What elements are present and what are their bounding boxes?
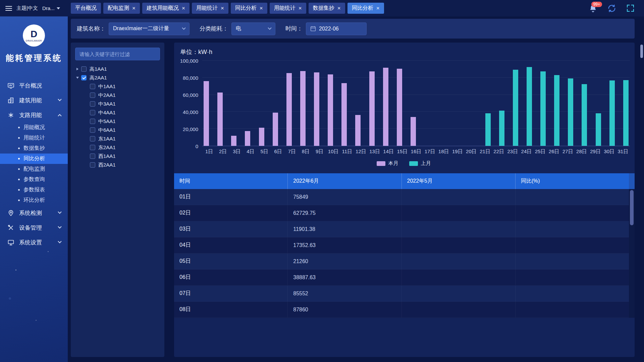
table-cell (402, 221, 516, 237)
caret-icon[interactable] (76, 77, 79, 79)
checkbox[interactable] (81, 66, 87, 72)
table-row[interactable]: 05日21260 (174, 253, 629, 269)
sidebar-item-设备管理[interactable]: 设备管理 (0, 220, 68, 235)
tab-建筑用能概况[interactable]: 建筑用能概况× (142, 3, 190, 14)
date-picker[interactable]: 2022-06 (306, 22, 367, 35)
x-axis-label: 8日 (299, 148, 313, 155)
tree-node-高1AA1[interactable]: 高1AA1 (75, 65, 160, 73)
tree-node-东2AA1[interactable]: 东2AA1 (75, 143, 160, 152)
sidebar-item-平台概况[interactable]: 平台概况 (0, 78, 68, 93)
sidebar-subitem-参数查询[interactable]: 参数查询 (0, 174, 68, 185)
theme-language-label[interactable]: 主题|中文 (16, 5, 38, 11)
tree-node-高2AA1[interactable]: 高2AA1 (75, 73, 160, 82)
bar-group-7日 (285, 61, 299, 146)
table-cell: 03日 (174, 221, 288, 237)
table-row[interactable]: 04日17352.63 (174, 237, 629, 253)
chevron-down-icon (58, 240, 61, 243)
table-row[interactable]: 06日38887.63 (174, 269, 629, 286)
tree-node-中5AA1[interactable]: 中5AA1 (75, 117, 160, 126)
table-cell (402, 302, 516, 317)
checkbox[interactable] (90, 136, 95, 141)
x-axis: 1日2日3日4日5日6日7日8日9日10日11日12日13日14日15日16日1… (202, 148, 630, 155)
user-menu[interactable]: Dra... (42, 5, 60, 11)
sidebar-subitem-label: 参数报表 (23, 186, 45, 193)
sidebar-item-label: 设备管理 (19, 224, 42, 232)
tab-用能统计[interactable]: 用能统计× (192, 3, 228, 14)
sidebar-subitem-数据集抄[interactable]: 数据集抄 (0, 143, 68, 154)
notifications-button[interactable]: 99+ (589, 4, 597, 13)
checkbox[interactable] (90, 162, 95, 168)
tab-close-icon[interactable]: × (182, 5, 185, 11)
sidebar-subitem-用能概况[interactable]: 用能概况 (0, 122, 68, 133)
bullet-icon (18, 189, 20, 191)
tab-close-icon[interactable]: × (337, 5, 341, 11)
legend-item-上月[interactable]: 上月 (409, 160, 431, 167)
checkbox[interactable] (90, 101, 95, 107)
tab-数据集抄[interactable]: 数据集抄× (309, 3, 345, 14)
fullscreen-button[interactable] (626, 4, 635, 12)
tree-node-中4AA1[interactable]: 中4AA1 (75, 108, 160, 117)
table-cell (516, 302, 629, 317)
sidebar-subitem-参数报表[interactable]: 参数报表 (0, 185, 68, 195)
checkbox[interactable] (90, 145, 95, 150)
tree-node-中6AA1[interactable]: 中6AA1 (75, 126, 160, 134)
tree-node-西2AA1[interactable]: 西2AA1 (75, 161, 160, 169)
tree-node-中2AA1[interactable]: 中2AA1 (75, 91, 160, 100)
legend-swatch (377, 161, 385, 166)
caret-icon[interactable] (76, 68, 78, 70)
refresh-icon (607, 4, 616, 13)
sidebar-subitem-用能统计[interactable]: 用能统计 (0, 133, 68, 143)
checkbox[interactable] (90, 84, 95, 89)
bar-上月-28日 (582, 84, 587, 146)
bullet-icon (18, 168, 20, 170)
table-row[interactable]: 07日85552 (174, 286, 629, 302)
tab-close-icon[interactable]: × (132, 5, 136, 11)
checkbox[interactable] (90, 93, 95, 98)
menu-toggle-icon[interactable] (5, 5, 12, 12)
table-row[interactable]: 01日75849 (174, 189, 629, 205)
building-select[interactable]: DraexImaier一二级计量 (109, 22, 190, 35)
table-row[interactable]: 08日87860 (174, 302, 629, 318)
checkbox[interactable] (90, 127, 95, 133)
checkbox[interactable] (90, 110, 95, 115)
tab-配电监测[interactable]: 配电监测× (103, 3, 140, 14)
page-scrollbar-thumb[interactable] (640, 45, 643, 58)
scrollbar-thumb[interactable] (630, 190, 634, 225)
checkbox[interactable] (90, 154, 95, 159)
sidebar-subitem-配电监测[interactable]: 配电监测 (0, 164, 68, 174)
refresh-button[interactable] (607, 4, 616, 13)
sidebar-item-系统检测[interactable]: 系统检测 (0, 205, 68, 220)
sidebar-subitem-同比分析[interactable]: 同比分析 (0, 154, 68, 164)
sidebar-subitem-环比分析[interactable]: 环比分析 (0, 195, 68, 205)
energy-type-select[interactable]: 电 (231, 22, 275, 35)
bar-本月-11日 (341, 83, 347, 146)
sidebar-item-建筑用能[interactable]: 建筑用能 (0, 93, 68, 108)
table-row[interactable]: 03日11901.38 (174, 221, 629, 237)
x-axis-label: 27日 (561, 148, 575, 155)
tab-close-icon[interactable]: × (260, 5, 263, 11)
tab-平台概况[interactable]: 平台概况 (71, 3, 101, 14)
checkbox[interactable] (81, 75, 87, 80)
tab-同比分析[interactable]: 同比分析× (347, 3, 384, 14)
legend-item-本月[interactable]: 本月 (377, 160, 398, 167)
x-axis-label: 17日 (423, 148, 437, 155)
tab-close-icon[interactable]: × (376, 5, 380, 11)
bar-group-1日 (202, 61, 216, 146)
tree-node-中1AA1[interactable]: 中1AA1 (75, 82, 160, 91)
table-scrollbar[interactable] (629, 173, 635, 318)
tab-同比分析[interactable]: 同比分析× (231, 3, 267, 14)
checkbox[interactable] (90, 119, 95, 124)
tree-node-西1AA1[interactable]: 西1AA1 (75, 152, 160, 161)
x-axis-label: 4日 (244, 148, 257, 155)
y-axis-tick: 60,000 (183, 92, 198, 98)
table-row[interactable]: 02日62729.75 (174, 205, 629, 221)
sidebar-subitem-label: 数据集抄 (23, 145, 45, 152)
sidebar-item-支路用能[interactable]: 支路用能 (0, 108, 68, 122)
tab-close-icon[interactable]: × (221, 5, 224, 11)
tab-close-icon[interactable]: × (299, 5, 302, 11)
sidebar-item-系统设置[interactable]: 系统设置 (0, 235, 68, 250)
tree-node-东1AA1[interactable]: 东1AA1 (75, 134, 160, 143)
tree-node-中3AA1[interactable]: 中3AA1 (75, 100, 160, 108)
tab-用能统计[interactable]: 用能统计× (270, 3, 306, 14)
tree-search-input[interactable] (75, 48, 160, 60)
